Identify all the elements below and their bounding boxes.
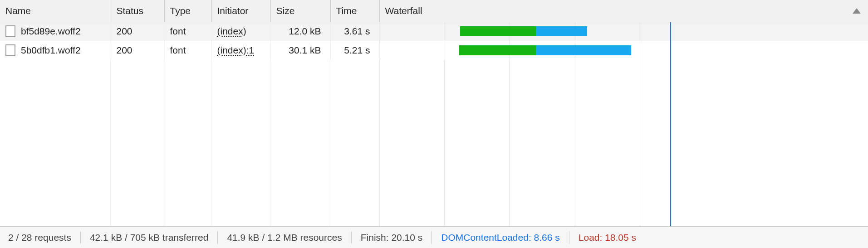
col-header-name[interactable]: Name [0,0,111,22]
col-header-initiator[interactable]: Initiator [211,0,270,22]
cell-type: font [164,41,211,60]
file-name: 5b0dfb1.woff2 [21,45,81,56]
cell-status: 200 [111,41,164,60]
cell-waterfall [379,41,868,60]
col-header-status[interactable]: Status [111,0,164,22]
network-table: Name Status Type Initiator Size Time Wat… [0,0,868,226]
cell-size: 12.0 kB [270,22,330,41]
sort-ascending-icon [853,8,861,14]
status-separator [217,231,218,244]
waterfall-gridline [640,41,640,60]
waterfall-gridline [379,60,380,226]
status-requests: 2 / 28 requests [8,232,71,243]
waterfall-gridline [380,41,380,60]
status-bar: 2 / 28 requests 42.1 kB / 705 kB transfe… [0,226,868,248]
cell-type: font [164,22,211,41]
status-domcontentloaded: DOMContentLoaded: 8.66 s [441,232,560,243]
file-icon [5,44,15,56]
waterfall-gridline [380,22,380,41]
status-separator [569,231,569,244]
cell-waterfall [379,22,868,41]
waterfall-segment-download [536,26,587,36]
status-finish: Finish: 20.10 s [361,232,423,243]
waterfall-time-marker [670,60,671,226]
cell-status: 200 [111,22,164,41]
cell-initiator: (index) [211,22,270,41]
waterfall-gridline [445,41,445,60]
status-load: Load: 18.05 s [579,232,636,243]
waterfall-gridline [575,60,575,226]
waterfall-bar[interactable] [459,45,631,55]
waterfall-bar[interactable] [460,26,587,36]
col-header-waterfall-label: Waterfall [385,5,422,16]
waterfall-gridline [444,60,445,226]
col-header-time[interactable]: Time [330,0,379,22]
table-header-row: Name Status Type Initiator Size Time Wat… [0,0,868,22]
waterfall-segment-download [536,45,631,55]
file-name: bf5d89e.woff2 [21,26,81,37]
cell-initiator: (index):1 [211,41,270,60]
status-transferred: 42.1 kB / 705 kB transferred [90,232,208,243]
status-separator [351,231,352,244]
cell-name: 5b0dfb1.woff2 [0,41,111,60]
initiator-link[interactable]: (index) [217,26,246,36]
waterfall-segment-waiting [459,45,536,55]
col-header-size[interactable]: Size [270,0,330,22]
initiator-link[interactable]: (index):1 [217,45,255,55]
cell-time: 5.21 s [330,41,379,60]
waterfall-track [380,22,868,41]
file-icon [5,25,15,37]
status-separator [80,231,81,244]
cell-name: bf5d89e.woff2 [0,22,111,41]
waterfall-time-marker [670,22,671,41]
col-header-waterfall[interactable]: Waterfall [379,0,868,22]
waterfall-track [380,41,868,60]
col-header-type[interactable]: Type [164,0,211,22]
waterfall-gridline [640,60,640,226]
waterfall-time-marker [670,41,671,60]
status-resources: 41.9 kB / 1.2 MB resources [227,232,342,243]
table-body-filler [0,60,868,226]
waterfall-gridline [509,60,510,226]
cell-size: 30.1 kB [270,41,330,60]
cell-time: 3.61 s [330,22,379,41]
waterfall-gridline [445,22,445,41]
table-row[interactable]: bf5d89e.woff2200font(index)12.0 kB3.61 s [0,22,868,41]
waterfall-gridline [640,22,640,41]
table-row[interactable]: 5b0dfb1.woff2200font(index):130.1 kB5.21… [0,41,868,60]
waterfall-segment-waiting [460,26,536,36]
status-separator [432,231,432,244]
